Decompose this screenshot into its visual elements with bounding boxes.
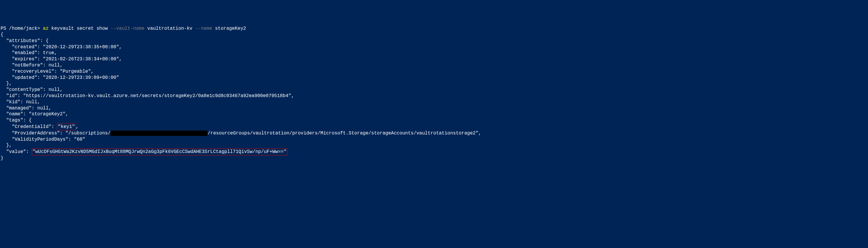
value-content: "wUcDFsGHGtWa2KzvND5MGdIJxBuqMt88MQJrwQn… (33, 149, 286, 155)
attributes-close: }, (1, 81, 12, 86)
attr-expires: "expires": "2021-02-26T23:38:34+00:00", (1, 56, 122, 62)
name-field: "name": "storageKey2", (1, 111, 68, 117)
tags-label: "tags": { (1, 118, 32, 123)
validityperioddays: "ValidityPeriodDays": "60" (1, 137, 85, 142)
attr-created: "created": "2020-12-29T23:38:35+00:00", (1, 45, 122, 50)
attr-recoverylevel: "recoveryLevel": "Purgeable", (1, 69, 94, 74)
attributes-label: "attributes": { (1, 38, 49, 44)
json-close: } (1, 156, 3, 161)
credentialid-suffix: , (76, 124, 79, 130)
attr-enabled: "enabled": true, (1, 50, 57, 56)
redacted-subscription-id (111, 131, 208, 136)
attr-updated: "updated": "2020-12-29T23:39:09+00:00" (1, 75, 119, 80)
shell-prompt: PS /home/jack> (1, 26, 43, 31)
tags-close: }, (1, 143, 12, 148)
param-name: --name (195, 26, 212, 31)
param-vault-name: --vault-name (111, 26, 144, 31)
contenttype: "contentType": null, (1, 87, 63, 92)
provideraddress-prefix: "ProviderAddress": "/subscriptions/ (1, 131, 111, 136)
attr-notbefore: "notBefore": null, (1, 63, 63, 68)
command-az: az (43, 26, 49, 31)
val-name: storageKey2 (212, 26, 246, 31)
id: "id": "https://vaultrotation-kv.vault.az… (1, 93, 294, 99)
terminal-window[interactable]: PS /home/jack> az keyvault secret show -… (0, 24, 868, 163)
managed: "managed": null, (1, 106, 52, 111)
value-highlight: "wUcDFsGHGtWa2KzvND5MGdIJxBuqMt88MQJrwQn… (32, 148, 287, 155)
credentialid-value: "key1" (58, 124, 75, 130)
kid: "kid": null, (1, 100, 40, 105)
value-prefix: "value": (1, 149, 32, 155)
command-args: keyvault secret show (49, 26, 111, 31)
provideraddress-suffix: /resourceGroups/vaultrotation/providers/… (208, 131, 481, 136)
credentialid-highlight: "key1" (57, 123, 76, 130)
json-open: { (1, 32, 3, 37)
credentialid-prefix: "CredentialId": (1, 124, 57, 130)
val-vault-name: vaultrotation-kv (145, 26, 195, 31)
